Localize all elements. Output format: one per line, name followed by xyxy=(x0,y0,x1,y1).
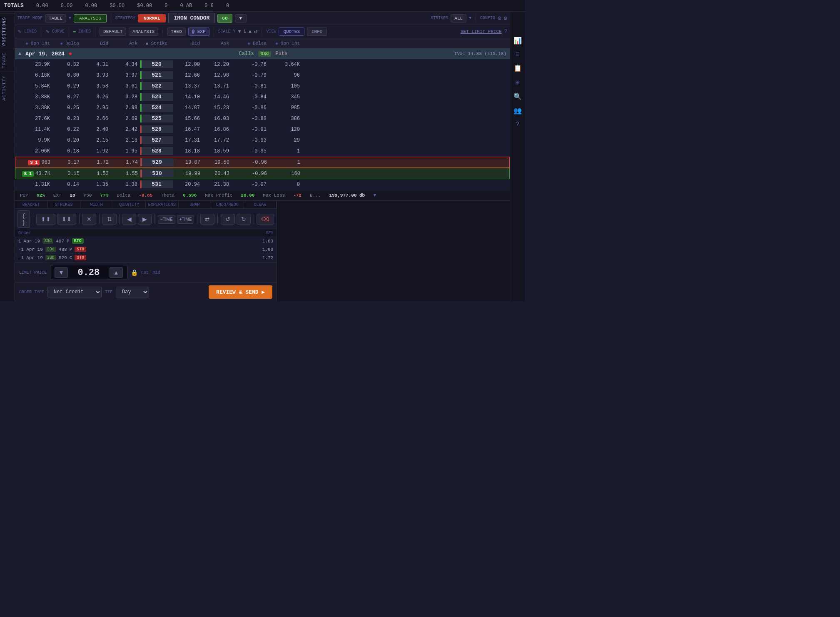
order-type-select[interactable]: Net Credit Net Debit Market xyxy=(47,287,102,297)
sidebar-item-positions[interactable]: POSITIONS xyxy=(0,13,15,49)
chart-icon[interactable]: 📊 xyxy=(513,37,522,45)
list-icon[interactable]: ≡ xyxy=(516,51,520,58)
users-icon[interactable]: 👥 xyxy=(513,107,522,115)
default-button[interactable]: DEFAULT xyxy=(100,27,126,36)
cell-ask-left[interactable]: 1.74 xyxy=(111,159,140,166)
cell-bid-left[interactable]: 1.72 xyxy=(82,159,111,166)
cell-ask-right[interactable]: 13.71 xyxy=(202,82,232,90)
cell-ask-left[interactable]: 2.42 xyxy=(111,126,140,133)
search-icon[interactable]: 🔍 xyxy=(513,92,522,101)
swap-button[interactable]: ⇄ xyxy=(200,214,214,225)
cell-bid-right[interactable]: 19.99 xyxy=(174,170,203,177)
cell-bid-right[interactable]: 15.66 xyxy=(173,115,202,122)
sidebar-item-activity[interactable]: ACTIVITY xyxy=(0,72,15,104)
table-row[interactable]: 2.06K 0.18 1.92 1.95 528 18.18 18.59 -0.… xyxy=(15,146,510,157)
expiry-collapse-icon[interactable]: ▲ xyxy=(18,51,21,57)
cell-ask-left[interactable]: 2.98 xyxy=(111,104,140,112)
strategy-dropdown-button[interactable]: ▼ xyxy=(235,14,247,22)
cell-bid-right[interactable]: 16.47 xyxy=(173,126,202,133)
cell-bid-left[interactable]: 1.53 xyxy=(82,170,111,177)
updown-button[interactable]: ⇅ xyxy=(102,214,117,225)
cell-ask-right[interactable]: 19.50 xyxy=(203,159,232,166)
lock-icon[interactable]: 🔒 xyxy=(131,269,138,276)
cell-bid-left[interactable]: 2.66 xyxy=(82,115,111,122)
cell-ask-left[interactable]: 4.34 xyxy=(111,61,140,68)
strikes-up-button[interactable]: ⬆⬆ xyxy=(36,214,55,225)
price-down-button[interactable]: ▼ xyxy=(55,267,68,278)
go-button[interactable]: GO xyxy=(217,14,232,23)
cell-ask-left[interactable]: 3.97 xyxy=(111,72,140,79)
table-row[interactable]: 3.38K 0.25 2.95 2.98 524 14.87 15.23 -0.… xyxy=(15,102,510,113)
cell-ask-left[interactable]: 2.69 xyxy=(111,115,140,122)
cell-bid-right[interactable]: 14.10 xyxy=(173,93,202,101)
cell-bid-left[interactable]: 2.15 xyxy=(82,137,111,144)
cell-ask-left[interactable]: 1.55 xyxy=(111,170,140,177)
undo-button[interactable]: ↺ xyxy=(221,214,235,225)
bracket-button[interactable]: { } xyxy=(17,210,30,228)
cell-bid-left[interactable]: 1.35 xyxy=(82,181,111,188)
sidebar-item-trade[interactable]: TRADE xyxy=(0,49,15,72)
redo-button[interactable]: ↻ xyxy=(237,214,251,225)
cross-button[interactable]: ✕ xyxy=(82,214,96,225)
cell-bid-left[interactable]: 4.31 xyxy=(82,61,111,68)
table-row[interactable]: 9.9K 0.20 2.15 2.18 527 17.31 17.72 -0.9… xyxy=(15,135,510,146)
table-row[interactable]: 3.88K 0.27 3.26 3.28 523 14.10 14.46 -0.… xyxy=(15,92,510,102)
chevron-down-icon[interactable]: ▼ xyxy=(238,29,241,35)
order-row[interactable]: 1 Apr 19 33d 487 P BTO 1.83 xyxy=(15,237,277,245)
at-exp-button[interactable]: @ EXP xyxy=(188,27,209,36)
help-circle-icon[interactable]: ? xyxy=(516,121,520,128)
price-up-button[interactable]: ▲ xyxy=(110,267,123,278)
iron-condor-button[interactable]: IRON CONDOR xyxy=(168,13,215,23)
cell-bid-right[interactable]: 17.31 xyxy=(173,137,202,144)
table-row[interactable]: 1.31K 0.14 1.35 1.38 531 20.94 21.38 -0.… xyxy=(15,179,510,190)
help-icon[interactable]: ? xyxy=(504,29,507,35)
table-row[interactable]: 11.4K 0.22 2.40 2.42 526 16.47 16.86 -0.… xyxy=(15,124,510,135)
order-row[interactable]: -1 Apr 19 33d 529 C STO 1.72 xyxy=(15,254,277,262)
plus-time-button[interactable]: +TIME xyxy=(177,215,194,224)
table-row[interactable]: S 1963 0.17 1.72 1.74 529 19.07 19.50 -0… xyxy=(15,157,510,168)
table-row[interactable]: 27.6K 0.23 2.66 2.69 525 15.66 16.03 -0.… xyxy=(15,113,510,124)
cell-ask-right[interactable]: 16.03 xyxy=(202,115,232,122)
gear-icon[interactable]: ⚙ xyxy=(504,15,507,22)
clipboard-icon[interactable]: 📋 xyxy=(513,64,522,72)
left-arrow-button[interactable]: ◀ xyxy=(122,214,136,225)
tif-select[interactable]: Day GTC xyxy=(116,287,149,297)
cell-ask-right[interactable]: 21.38 xyxy=(202,181,232,188)
chevron-up-icon[interactable]: ▲ xyxy=(249,29,252,35)
theo-button[interactable]: THEO xyxy=(167,27,185,36)
quotes-button[interactable]: QUOTES xyxy=(279,27,304,36)
review-send-button[interactable]: REVIEW & SEND ▶ xyxy=(209,285,272,299)
grid-icon[interactable]: ⊞ xyxy=(516,78,520,87)
cell-bid-right[interactable]: 13.37 xyxy=(173,82,202,90)
cell-bid-right[interactable]: 18.18 xyxy=(173,147,202,155)
table-button[interactable]: TABLE xyxy=(45,14,66,22)
cell-bid-right[interactable]: 12.00 xyxy=(173,61,202,68)
cell-ask-right[interactable]: 16.86 xyxy=(202,126,232,133)
cell-ask-right[interactable]: 12.20 xyxy=(202,61,232,68)
cell-ask-right[interactable]: 12.98 xyxy=(202,72,232,79)
cell-bid-left[interactable]: 2.40 xyxy=(82,126,111,133)
cell-ask-right[interactable]: 14.46 xyxy=(202,93,232,101)
cell-ask-left[interactable]: 1.38 xyxy=(111,181,140,188)
cell-bid-left[interactable]: 1.92 xyxy=(82,147,111,155)
cell-ask-left[interactable]: 2.18 xyxy=(111,137,140,144)
analysis-button[interactable]: ANALYSIS xyxy=(74,14,107,22)
cell-bid-right[interactable]: 20.94 xyxy=(173,181,202,188)
cell-bid-right[interactable]: 19.07 xyxy=(174,159,203,166)
all-strikes-button[interactable]: ALL xyxy=(451,14,466,22)
right-arrow-button[interactable]: ▶ xyxy=(138,214,152,225)
cell-bid-right[interactable]: 12.66 xyxy=(173,72,202,79)
strikes-dropdown-icon[interactable]: ▼ xyxy=(469,16,471,20)
cell-ask-right[interactable]: 17.72 xyxy=(202,137,232,144)
info-button[interactable]: INFO xyxy=(307,27,327,36)
table-row[interactable]: B 143.7K 0.15 1.53 1.55 530 19.99 20.43 … xyxy=(15,168,510,179)
cell-ask-left[interactable]: 1.95 xyxy=(111,147,140,155)
refresh-icon[interactable]: ↺ xyxy=(254,28,257,35)
cell-ask-left[interactable]: 3.28 xyxy=(111,93,140,101)
cell-bid-right[interactable]: 14.87 xyxy=(173,104,202,112)
cell-ask-right[interactable]: 15.23 xyxy=(202,104,232,112)
table-row[interactable]: 6.18K 0.30 3.93 3.97 521 12.66 12.98 -0.… xyxy=(15,70,510,81)
set-limit-price-link[interactable]: SET LIMIT PRICE xyxy=(461,29,502,34)
normal-button[interactable]: NORMAL xyxy=(138,14,166,22)
analysis-sub-button[interactable]: ANALYSIS xyxy=(129,27,158,36)
